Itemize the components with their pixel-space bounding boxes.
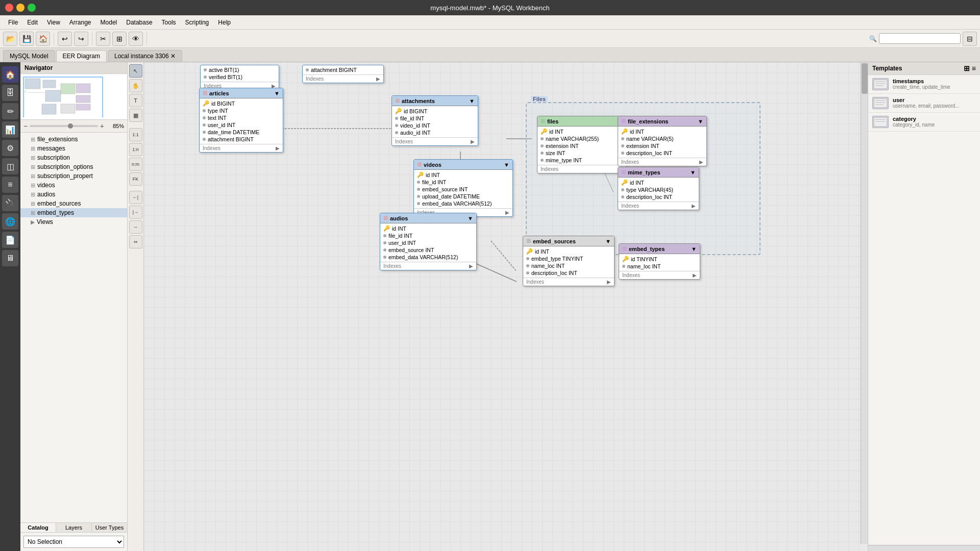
relation-1-n-tool[interactable]: 1:n <box>129 143 142 156</box>
zoom-in-button[interactable]: + <box>100 122 104 130</box>
table-embed-types-header[interactable]: ⊞ embed_types ▼ <box>619 244 700 254</box>
template-user[interactable]: user username, email, password... <box>868 94 980 113</box>
close-button[interactable] <box>5 4 13 12</box>
table-files-indexes[interactable]: Indexes▶ <box>537 165 626 173</box>
table-videos-header[interactable]: ⊞ videos ▼ <box>414 160 512 170</box>
save-button[interactable]: 💾 <box>19 32 34 46</box>
no-selection-select[interactable]: No Selection <box>23 536 124 548</box>
templates-icon-2[interactable]: ≡ <box>972 64 976 72</box>
tree-item-views[interactable]: ▶ Views <box>20 217 127 227</box>
redo-button[interactable]: ↪ <box>74 32 88 46</box>
undo-button[interactable]: ↩ <box>58 32 72 46</box>
relation-fk-tool[interactable]: FK <box>129 172 142 186</box>
table-mime-types-indexes[interactable]: Indexes▶ <box>618 202 699 210</box>
tab-local-instance[interactable]: Local instance 3306 ✕ <box>108 50 182 62</box>
scissors-button[interactable]: ✂ <box>96 32 110 46</box>
tab-mysql-model[interactable]: MySQL Model <box>3 50 55 62</box>
rel-tool[interactable]: ⇔ <box>129 235 142 248</box>
tree-item-subscription[interactable]: ⊞ subscription <box>20 153 127 162</box>
menu-help[interactable]: Help <box>214 17 235 28</box>
canvas-vscroll[interactable] <box>861 62 868 544</box>
table-file-extensions-header[interactable]: ⊞ file_extensions ▼ <box>618 116 706 127</box>
diagram-sidebar-icon[interactable]: 📊 <box>2 121 18 138</box>
query-sidebar-icon[interactable]: ≡ <box>2 177 18 193</box>
table-embed-sources-indexes[interactable]: Indexes▶ <box>523 278 614 286</box>
menu-model[interactable]: Model <box>96 17 121 28</box>
relation-1-1-tool[interactable]: 1:1 <box>129 128 142 141</box>
n1-tool[interactable]: ←| <box>129 191 142 204</box>
template-category[interactable]: category category_id, name <box>868 113 980 132</box>
table-attachments[interactable]: ⊞ attachments ▼ 🔑id BIGINT file_id INT v… <box>391 95 478 146</box>
table-mime-types-header[interactable]: ⊞ mime_types ▼ <box>618 167 699 178</box>
report-sidebar-icon[interactable]: 📄 <box>2 232 18 248</box>
table-embed-types-indexes[interactable]: Indexes▶ <box>619 271 700 279</box>
table-audios-header[interactable]: ⊞ audios ▼ <box>380 213 476 223</box>
eye-button[interactable]: 👁 <box>129 32 143 46</box>
home-sidebar-icon[interactable]: 🏠 <box>2 66 18 83</box>
menu-database[interactable]: Database <box>122 17 156 28</box>
tree-item-embed-sources[interactable]: ⊞ embed_sources <box>20 199 127 208</box>
home-button[interactable]: 🏠 <box>36 32 50 46</box>
menu-tools[interactable]: Tools <box>158 17 180 28</box>
table-embed-sources[interactable]: ⊞ embed_sources ▼ 🔑id INT embed_type TIN… <box>523 236 615 286</box>
layout-button[interactable]: ⊞ <box>112 32 127 46</box>
lb-tab-catalog[interactable]: Catalog <box>20 523 56 532</box>
text-tool[interactable]: T <box>129 94 142 107</box>
open-button[interactable]: 📂 <box>3 32 17 46</box>
table-videos-arrow[interactable]: ▼ <box>504 162 509 168</box>
minimize-button[interactable] <box>16 4 24 12</box>
indexes-row[interactable]: Indexes▶ <box>303 74 383 83</box>
zoom-slider[interactable] <box>30 125 98 127</box>
table-file-extensions[interactable]: ⊞ file_extensions ▼ 🔑id INT name VARCHAR… <box>618 116 707 166</box>
browser-sidebar-icon[interactable]: 🌐 <box>2 213 18 230</box>
right-panel-hscroll[interactable] <box>868 545 980 551</box>
table-files[interactable]: ⊞ files ▼ 🔑id INT name VARCHAR(255) exte… <box>537 116 626 173</box>
nm-tool[interactable]: ↔ <box>129 220 142 234</box>
table-attachments-header[interactable]: ⊞ attachments ▼ <box>392 96 478 106</box>
menu-arrange[interactable]: Arrange <box>65 17 95 28</box>
table-articles[interactable]: ⊞ articles ▼ 🔑id BIGINT type INT text IN… <box>199 88 283 153</box>
vscroll-thumb[interactable] <box>862 63 868 94</box>
tree-item-messages[interactable]: ⊞ messages <box>20 144 127 153</box>
menu-edit[interactable]: Edit <box>23 17 42 28</box>
database-sidebar-icon[interactable]: 🗄 <box>2 85 18 101</box>
table-embed-types[interactable]: ⊞ embed_types ▼ 🔑id TINYINT name_loc INT… <box>619 243 700 280</box>
table-file-extensions-arrow[interactable]: ▼ <box>698 118 703 124</box>
table-attachments-arrow[interactable]: ▼ <box>469 98 475 104</box>
table-embed-types-arrow[interactable]: ▼ <box>691 246 697 252</box>
table-partial-top[interactable]: active BIT(1) verified BIT(1) Indexes▶ <box>200 65 279 90</box>
tree-item-videos[interactable]: ⊞ videos <box>20 181 127 190</box>
table-articles-indexes[interactable]: Indexes▶ <box>200 144 283 152</box>
canvas[interactable]: Files active BIT(1) verified BIT(1) Inde… <box>144 62 868 551</box>
menu-file[interactable]: File <box>4 17 22 28</box>
plugin-sidebar-icon[interactable]: 🔌 <box>2 195 18 211</box>
layers-sidebar-icon[interactable]: ◫ <box>2 158 18 174</box>
template-timestamps[interactable]: timestamps create_time, update_time <box>868 75 980 94</box>
table-mime-types[interactable]: ⊞ mime_types ▼ 🔑id INT type VARCHAR(45) … <box>618 167 699 210</box>
table-audios[interactable]: ⊞ audios ▼ 🔑id INT file_id INT user_id I… <box>380 213 477 270</box>
table-embed-sources-header[interactable]: ⊞ embed_sources ▼ <box>523 236 614 246</box>
table-partial-attach[interactable]: attachment BIGINT Indexes▶ <box>302 65 384 83</box>
tree-item-embed-types[interactable]: ⊞ embed_types <box>20 208 127 217</box>
table-audios-indexes[interactable]: Indexes▶ <box>380 262 476 270</box>
table-files-header[interactable]: ⊞ files ▼ <box>537 116 626 127</box>
1n-tool[interactable]: |→ <box>129 206 142 219</box>
tree-item-subscription-options[interactable]: ⊞ subscription_options <box>20 162 127 171</box>
table-embed-sources-arrow[interactable]: ▼ <box>605 238 611 244</box>
cursor-tool[interactable]: ↖ <box>129 64 142 78</box>
table-articles-header[interactable]: ⊞ articles ▼ <box>200 88 283 98</box>
relation-n-m-tool[interactable]: n:m <box>129 158 142 171</box>
maximize-button[interactable] <box>28 4 36 12</box>
search-input[interactable] <box>879 33 961 44</box>
menu-view[interactable]: View <box>43 17 64 28</box>
table-audios-arrow[interactable]: ▼ <box>468 215 473 221</box>
settings-sidebar-icon[interactable]: ⚙ <box>2 140 18 156</box>
zoom-out-button[interactable]: − <box>23 122 28 130</box>
tree-item-audios[interactable]: ⊞ audios <box>20 190 127 199</box>
table-videos[interactable]: ⊞ videos ▼ 🔑id INT file_id INT embed_sou… <box>413 159 513 217</box>
lb-tab-user-types[interactable]: User Types <box>92 523 127 532</box>
tree-item-subscription-propert[interactable]: ⊞ subscription_propert <box>20 171 127 181</box>
hand-tool[interactable]: ✋ <box>129 79 142 92</box>
table-file-extensions-indexes[interactable]: Indexes▶ <box>618 158 706 166</box>
table-mime-types-arrow[interactable]: ▼ <box>690 169 696 176</box>
